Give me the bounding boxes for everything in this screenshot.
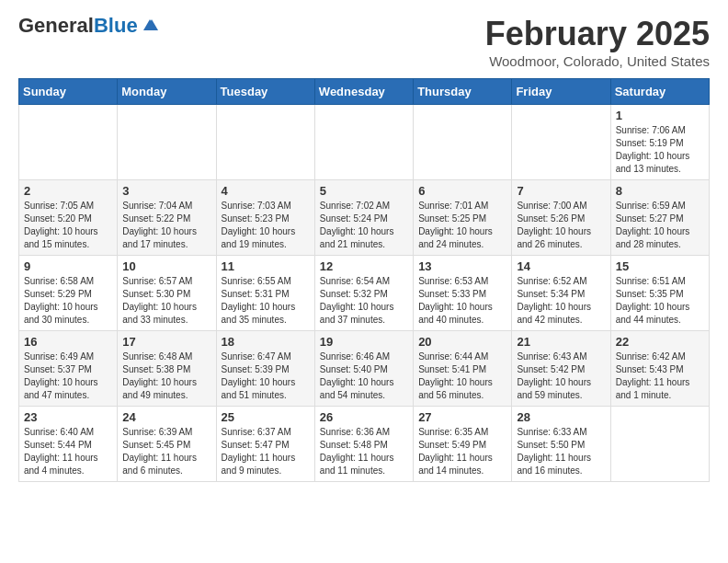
day-number: 18 bbox=[222, 335, 310, 349]
day-info: Sunrise: 6:49 AM Sunset: 5:37 PM Dayligh… bbox=[24, 350, 112, 402]
day-number: 20 bbox=[418, 335, 506, 349]
day-info: Sunrise: 6:35 AM Sunset: 5:49 PM Dayligh… bbox=[418, 426, 506, 477]
day-number: 26 bbox=[320, 410, 408, 424]
day-info: Sunrise: 6:54 AM Sunset: 5:32 PM Dayligh… bbox=[320, 275, 408, 327]
calendar-cell: 17Sunrise: 6:48 AM Sunset: 5:38 PM Dayli… bbox=[118, 331, 216, 407]
day-number: 17 bbox=[122, 335, 210, 349]
day-info: Sunrise: 6:52 AM Sunset: 5:34 PM Dayligh… bbox=[517, 275, 605, 327]
location: Woodmoor, Colorado, United States bbox=[485, 53, 710, 69]
day-info: Sunrise: 7:04 AM Sunset: 5:22 PM Dayligh… bbox=[122, 200, 210, 251]
day-number: 23 bbox=[24, 410, 112, 424]
calendar-cell bbox=[19, 105, 118, 180]
weekday-header-saturday: Saturday bbox=[610, 79, 709, 105]
day-number: 22 bbox=[616, 335, 704, 349]
calendar: SundayMondayTuesdayWednesdayThursdayFrid… bbox=[18, 78, 710, 482]
day-info: Sunrise: 6:58 AM Sunset: 5:29 PM Dayligh… bbox=[24, 275, 112, 327]
day-info: Sunrise: 6:53 AM Sunset: 5:33 PM Dayligh… bbox=[418, 275, 506, 327]
weekday-header-sunday: Sunday bbox=[19, 79, 118, 105]
calendar-cell: 3Sunrise: 7:04 AM Sunset: 5:22 PM Daylig… bbox=[118, 180, 216, 256]
day-info: Sunrise: 6:44 AM Sunset: 5:41 PM Dayligh… bbox=[418, 350, 506, 402]
day-info: Sunrise: 7:05 AM Sunset: 5:20 PM Dayligh… bbox=[24, 200, 112, 251]
day-number: 9 bbox=[24, 259, 112, 273]
calendar-cell: 10Sunrise: 6:57 AM Sunset: 5:30 PM Dayli… bbox=[118, 256, 216, 331]
month-title: February 2025 bbox=[485, 15, 710, 53]
day-info: Sunrise: 6:36 AM Sunset: 5:48 PM Dayligh… bbox=[320, 426, 408, 477]
day-info: Sunrise: 6:51 AM Sunset: 5:35 PM Dayligh… bbox=[616, 275, 704, 327]
calendar-cell: 18Sunrise: 6:47 AM Sunset: 5:39 PM Dayli… bbox=[216, 331, 314, 407]
day-number: 14 bbox=[517, 259, 605, 273]
calendar-cell: 21Sunrise: 6:43 AM Sunset: 5:42 PM Dayli… bbox=[512, 331, 610, 407]
week-row-4: 16Sunrise: 6:49 AM Sunset: 5:37 PM Dayli… bbox=[19, 331, 710, 407]
day-info: Sunrise: 6:59 AM Sunset: 5:27 PM Dayligh… bbox=[616, 200, 704, 251]
day-number: 2 bbox=[24, 184, 112, 198]
calendar-cell: 13Sunrise: 6:53 AM Sunset: 5:33 PM Dayli… bbox=[414, 256, 512, 331]
calendar-cell: 2Sunrise: 7:05 AM Sunset: 5:20 PM Daylig… bbox=[19, 180, 118, 256]
week-row-2: 2Sunrise: 7:05 AM Sunset: 5:20 PM Daylig… bbox=[19, 180, 710, 256]
logo: GeneralBlue bbox=[18, 15, 160, 37]
calendar-cell: 27Sunrise: 6:35 AM Sunset: 5:49 PM Dayli… bbox=[414, 407, 512, 482]
calendar-cell: 24Sunrise: 6:39 AM Sunset: 5:45 PM Dayli… bbox=[118, 407, 216, 482]
calendar-cell: 23Sunrise: 6:40 AM Sunset: 5:44 PM Dayli… bbox=[19, 407, 118, 482]
day-number: 15 bbox=[616, 259, 704, 273]
calendar-cell: 28Sunrise: 6:33 AM Sunset: 5:50 PM Dayli… bbox=[512, 407, 610, 482]
calendar-cell: 8Sunrise: 6:59 AM Sunset: 5:27 PM Daylig… bbox=[610, 180, 709, 256]
logo-blue: Blue bbox=[94, 14, 138, 37]
calendar-cell: 7Sunrise: 7:00 AM Sunset: 5:26 PM Daylig… bbox=[512, 180, 610, 256]
day-number: 28 bbox=[517, 410, 605, 424]
day-number: 3 bbox=[122, 184, 210, 198]
day-number: 27 bbox=[418, 410, 506, 424]
calendar-cell: 15Sunrise: 6:51 AM Sunset: 5:35 PM Dayli… bbox=[610, 256, 709, 331]
calendar-cell: 14Sunrise: 6:52 AM Sunset: 5:34 PM Dayli… bbox=[512, 256, 610, 331]
calendar-cell: 5Sunrise: 7:02 AM Sunset: 5:24 PM Daylig… bbox=[314, 180, 413, 256]
calendar-cell: 26Sunrise: 6:36 AM Sunset: 5:48 PM Dayli… bbox=[314, 407, 413, 482]
day-info: Sunrise: 6:33 AM Sunset: 5:50 PM Dayligh… bbox=[517, 426, 605, 477]
day-info: Sunrise: 7:06 AM Sunset: 5:19 PM Dayligh… bbox=[616, 124, 704, 176]
day-number: 11 bbox=[222, 259, 310, 273]
day-info: Sunrise: 6:39 AM Sunset: 5:45 PM Dayligh… bbox=[122, 426, 210, 477]
day-info: Sunrise: 7:01 AM Sunset: 5:25 PM Dayligh… bbox=[418, 200, 506, 251]
header: GeneralBlue February 2025 Woodmoor, Colo… bbox=[18, 15, 710, 69]
weekday-header-row: SundayMondayTuesdayWednesdayThursdayFrid… bbox=[19, 79, 710, 105]
weekday-header-monday: Monday bbox=[118, 79, 216, 105]
day-info: Sunrise: 6:43 AM Sunset: 5:42 PM Dayligh… bbox=[517, 350, 605, 402]
day-info: Sunrise: 6:37 AM Sunset: 5:47 PM Dayligh… bbox=[222, 426, 310, 477]
calendar-cell: 25Sunrise: 6:37 AM Sunset: 5:47 PM Dayli… bbox=[216, 407, 314, 482]
calendar-cell: 6Sunrise: 7:01 AM Sunset: 5:25 PM Daylig… bbox=[414, 180, 512, 256]
day-number: 16 bbox=[24, 335, 112, 349]
day-number: 12 bbox=[320, 259, 408, 273]
day-info: Sunrise: 7:00 AM Sunset: 5:26 PM Dayligh… bbox=[517, 200, 605, 251]
weekday-header-thursday: Thursday bbox=[414, 79, 512, 105]
day-number: 10 bbox=[122, 259, 210, 273]
day-info: Sunrise: 6:48 AM Sunset: 5:38 PM Dayligh… bbox=[122, 350, 210, 402]
title-area: February 2025 Woodmoor, Colorado, United… bbox=[485, 15, 710, 69]
day-number: 1 bbox=[616, 109, 704, 122]
calendar-cell: 11Sunrise: 6:55 AM Sunset: 5:31 PM Dayli… bbox=[216, 256, 314, 331]
week-row-1: 1Sunrise: 7:06 AM Sunset: 5:19 PM Daylig… bbox=[19, 105, 710, 180]
day-number: 4 bbox=[222, 184, 310, 198]
calendar-cell bbox=[414, 105, 512, 180]
day-info: Sunrise: 6:55 AM Sunset: 5:31 PM Dayligh… bbox=[222, 275, 310, 327]
day-number: 25 bbox=[222, 410, 310, 424]
calendar-cell: 16Sunrise: 6:49 AM Sunset: 5:37 PM Dayli… bbox=[19, 331, 118, 407]
day-number: 8 bbox=[616, 184, 704, 198]
calendar-cell bbox=[512, 105, 610, 180]
day-info: Sunrise: 7:02 AM Sunset: 5:24 PM Dayligh… bbox=[320, 200, 408, 251]
week-row-3: 9Sunrise: 6:58 AM Sunset: 5:29 PM Daylig… bbox=[19, 256, 710, 331]
day-number: 6 bbox=[418, 184, 506, 198]
calendar-cell: 20Sunrise: 6:44 AM Sunset: 5:41 PM Dayli… bbox=[414, 331, 512, 407]
day-info: Sunrise: 7:03 AM Sunset: 5:23 PM Dayligh… bbox=[222, 200, 310, 251]
calendar-cell: 12Sunrise: 6:54 AM Sunset: 5:32 PM Dayli… bbox=[314, 256, 413, 331]
day-number: 7 bbox=[517, 184, 605, 198]
day-number: 13 bbox=[418, 259, 506, 273]
day-number: 5 bbox=[320, 184, 408, 198]
calendar-cell bbox=[118, 105, 216, 180]
calendar-cell: 1Sunrise: 7:06 AM Sunset: 5:19 PM Daylig… bbox=[610, 105, 709, 180]
calendar-cell bbox=[314, 105, 413, 180]
day-info: Sunrise: 6:42 AM Sunset: 5:43 PM Dayligh… bbox=[616, 350, 704, 402]
day-info: Sunrise: 6:40 AM Sunset: 5:44 PM Dayligh… bbox=[24, 426, 112, 477]
calendar-cell: 9Sunrise: 6:58 AM Sunset: 5:29 PM Daylig… bbox=[19, 256, 118, 331]
weekday-header-tuesday: Tuesday bbox=[216, 79, 314, 105]
logo-general: General bbox=[18, 14, 94, 37]
calendar-cell bbox=[216, 105, 314, 180]
day-info: Sunrise: 6:46 AM Sunset: 5:40 PM Dayligh… bbox=[320, 350, 408, 402]
